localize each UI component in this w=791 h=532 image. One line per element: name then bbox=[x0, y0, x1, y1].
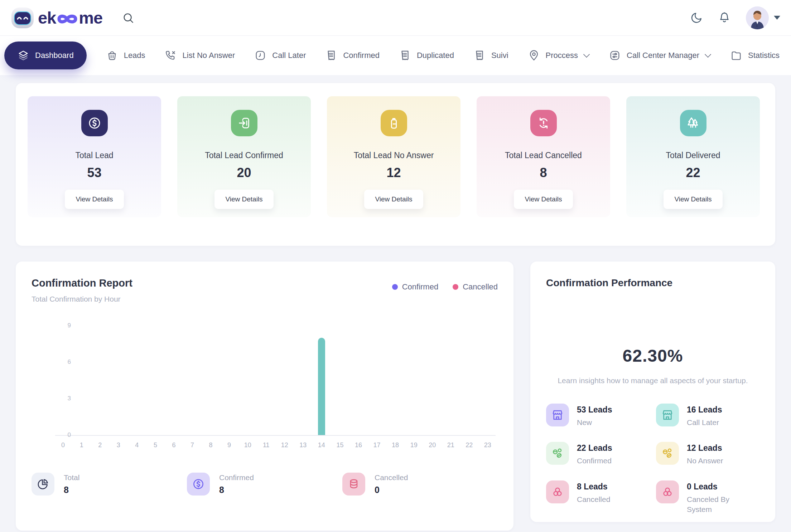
legend-label: Confirmed bbox=[402, 282, 438, 292]
x-axis-tick: 14 bbox=[318, 441, 325, 449]
map-pin-icon bbox=[528, 49, 540, 62]
lead-label: New bbox=[577, 418, 612, 428]
lead-stat-confirmed: 22 LeadsConfirmed bbox=[546, 442, 650, 466]
chevron-down-icon bbox=[705, 51, 711, 58]
nav-item-call-center-manager[interactable]: Call Center Manager bbox=[609, 49, 711, 62]
x-axis-tick: 10 bbox=[244, 441, 251, 449]
nav-item-duplicated[interactable]: Duplicated bbox=[399, 49, 454, 62]
sliders-icon bbox=[609, 49, 621, 62]
stat-card-total-lead-cancelled: Total Lead Cancelled8View Details bbox=[477, 96, 610, 217]
receipt-icon bbox=[473, 49, 486, 62]
nav-item-label: Duplicated bbox=[417, 51, 454, 60]
view-details-button[interactable]: View Details bbox=[65, 190, 124, 209]
total-value: 0 bbox=[375, 485, 408, 495]
lead-label: Call Later bbox=[687, 418, 722, 428]
lead-stat-canceled-by-system: 0 LeadsCanceled By System bbox=[656, 480, 759, 515]
report-subtitle: Total Confirmation by Hour bbox=[32, 295, 132, 303]
x-axis-tick: 11 bbox=[263, 441, 270, 449]
confirmation-performance-card: Confirmation Performance 62.30% Learn in… bbox=[530, 262, 775, 522]
x-axis-tick: 3 bbox=[117, 441, 120, 449]
nav-item-label: Proccess bbox=[546, 51, 578, 60]
stat-card-total-delivered: Total Delivered22View Details bbox=[626, 96, 760, 217]
main-nav: DashboardLeadsList No AnswerCall LaterCo… bbox=[0, 36, 791, 75]
user-menu[interactable] bbox=[746, 6, 780, 29]
y-axis-tick: 6 bbox=[68, 358, 71, 366]
nav-item-label: Call Later bbox=[272, 51, 306, 60]
chart-bar-hour-14[interactable] bbox=[318, 338, 325, 435]
nav-item-leads[interactable]: Leads bbox=[106, 49, 145, 62]
stats-section: Total Lead53View DetailsTotal Lead Confi… bbox=[16, 83, 775, 246]
view-details-button[interactable]: View Details bbox=[364, 190, 423, 209]
x-axis-tick: 9 bbox=[227, 441, 231, 449]
x-axis-tick: 1 bbox=[80, 441, 83, 449]
x-axis-tick: 13 bbox=[299, 441, 307, 449]
stat-card-value: 20 bbox=[237, 165, 251, 180]
x-axis-tick: 4 bbox=[135, 441, 139, 449]
lead-stat-no-answer: 12 LeadsNo Answer bbox=[656, 442, 759, 466]
lead-label: No Answer bbox=[687, 456, 723, 466]
store-icon bbox=[656, 404, 679, 426]
view-details-button[interactable]: View Details bbox=[514, 190, 573, 209]
nav-item-statistics[interactable]: Statistics bbox=[730, 49, 780, 62]
x-axis-tick: 21 bbox=[447, 441, 454, 449]
nav-item-call-later[interactable]: Call Later bbox=[254, 49, 306, 62]
bell-icon[interactable] bbox=[718, 11, 731, 24]
stat-card-value: 8 bbox=[540, 165, 547, 180]
nav-item-label: Call Center Manager bbox=[627, 51, 699, 60]
refresh-alert-icon bbox=[530, 110, 557, 136]
circles-icon bbox=[656, 480, 679, 503]
stat-card-total-lead-confirmed: Total Lead Confirmed20View Details bbox=[177, 96, 311, 217]
nav-item-label: Leads bbox=[124, 51, 145, 60]
confirmation-report-card: Confirmation Report Total Confirmation b… bbox=[16, 262, 513, 531]
stat-card-value: 53 bbox=[87, 165, 101, 180]
nav-item-list-no-answer[interactable]: List No Answer bbox=[165, 49, 235, 62]
nav-item-confirmed[interactable]: Confirmed bbox=[325, 49, 379, 62]
basket-icon bbox=[106, 49, 118, 62]
report-total-total: Total8 bbox=[32, 473, 187, 496]
lead-value: 8 Leads bbox=[577, 482, 610, 492]
total-label: Confirmed bbox=[219, 473, 254, 482]
nav-item-proccess[interactable]: Proccess bbox=[528, 49, 589, 62]
x-axis-tick: 22 bbox=[466, 441, 473, 449]
x-axis-tick: 2 bbox=[98, 441, 102, 449]
lead-value: 22 Leads bbox=[577, 443, 612, 453]
stat-card-title: Total Lead Confirmed bbox=[205, 151, 283, 160]
lead-value: 53 Leads bbox=[577, 405, 612, 415]
chevron-down-icon[interactable] bbox=[774, 16, 780, 20]
stat-card-title: Total Delivered bbox=[666, 151, 720, 160]
moon-icon[interactable] bbox=[690, 11, 703, 24]
chart-legend: ConfirmedCancelled bbox=[392, 282, 498, 292]
database-icon bbox=[342, 473, 365, 496]
x-axis-tick: 6 bbox=[172, 441, 175, 449]
receipt-icon bbox=[399, 49, 411, 62]
robot-logo-icon bbox=[11, 6, 34, 30]
lead-value: 12 Leads bbox=[687, 443, 723, 453]
performance-title: Confirmation Performance bbox=[546, 277, 759, 289]
main-content: Total Lead53View DetailsTotal Lead Confi… bbox=[0, 75, 791, 531]
dollar-circle-icon bbox=[81, 110, 108, 136]
chevron-down-icon bbox=[583, 51, 590, 58]
stat-card-total-lead-no-answer: Total Lead No Answer12View Details bbox=[327, 96, 460, 217]
lead-value: 0 Leads bbox=[687, 482, 741, 492]
nav-item-suivi[interactable]: Suivi bbox=[473, 49, 508, 62]
nav-item-label: Dashboard bbox=[35, 51, 74, 60]
search-icon[interactable] bbox=[122, 12, 134, 24]
nav-item-dashboard[interactable]: Dashboard bbox=[4, 42, 87, 69]
stat-card-value: 22 bbox=[686, 165, 700, 180]
brand-logo[interactable]: ek me bbox=[11, 6, 102, 30]
stat-card-total-lead: Total Lead53View Details bbox=[28, 96, 161, 217]
view-details-button[interactable]: View Details bbox=[214, 190, 273, 209]
nav-item-label: Statistics bbox=[748, 51, 780, 60]
performance-percent: 62.30% bbox=[546, 346, 759, 366]
dollar-circle-icon bbox=[187, 473, 210, 496]
legend-item-confirmed[interactable]: Confirmed bbox=[392, 282, 438, 292]
legend-item-cancelled[interactable]: Cancelled bbox=[453, 282, 498, 292]
phone-x-icon bbox=[165, 49, 177, 62]
view-details-button[interactable]: View Details bbox=[664, 190, 722, 209]
stat-card-title: Total Lead Cancelled bbox=[505, 151, 582, 160]
infinity-icon bbox=[56, 13, 78, 25]
avatar[interactable] bbox=[746, 6, 769, 29]
x-axis-tick: 18 bbox=[392, 441, 399, 449]
pie-chart-icon bbox=[32, 473, 54, 496]
total-label: Cancelled bbox=[375, 473, 408, 482]
